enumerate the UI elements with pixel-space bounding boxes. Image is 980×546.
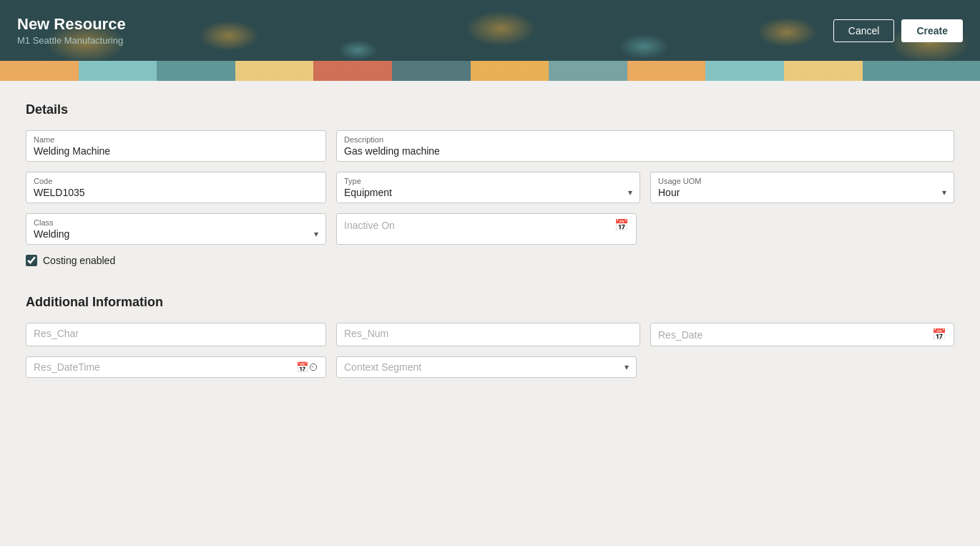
class-field[interactable]: Class Welding ▾ (26, 213, 326, 245)
costing-enabled-checkbox[interactable] (26, 255, 37, 266)
res-date-field-inner: Res_Date 📅 (658, 328, 946, 341)
additional-section-title: Additional Information (26, 295, 954, 310)
res-date-field[interactable]: Res_Date 📅 (650, 323, 954, 346)
usage-uom-field[interactable]: Usage UOM Hour ▾ (650, 172, 954, 203)
additional-section: Additional Information Res_Char Res_Num … (26, 295, 954, 378)
type-field[interactable]: Type Equipment ▾ (336, 172, 640, 203)
usage-uom-label: Usage UOM (658, 177, 946, 185)
cancel-button[interactable]: Cancel (833, 19, 895, 42)
page-title: New Resource (17, 15, 126, 34)
context-segment-placeholder: Context Segment (344, 361, 421, 373)
row-res-datetime-context: Res_DateTime 📅⏲ Context Segment ▾ (26, 356, 954, 378)
description-label: Description (344, 135, 946, 144)
usage-uom-dropdown-icon[interactable]: ▾ (942, 187, 946, 198)
description-field[interactable]: Description Gas welding machine (336, 130, 954, 162)
res-num-field[interactable]: Res_Num (336, 323, 640, 346)
header-left: New Resource M1 Seattle Manufacturing (17, 15, 126, 46)
code-label: Code (34, 177, 318, 185)
usage-uom-value: Hour (658, 187, 680, 198)
main-content: Details Name Welding Machine Description… (0, 81, 980, 409)
type-dropdown-icon[interactable]: ▾ (628, 187, 632, 198)
class-dropdown-icon[interactable]: ▾ (314, 229, 318, 239)
row-class-inactive: Class Welding ▾ Inactive On 📅 (26, 213, 954, 245)
row-name-description: Name Welding Machine Description Gas wel… (26, 130, 954, 162)
res-char-placeholder: Res_Char (34, 328, 318, 339)
page-header: New Resource M1 Seattle Manufacturing Ca… (0, 0, 980, 61)
class-label: Class (34, 218, 318, 227)
res-num-placeholder: Res_Num (344, 328, 632, 339)
context-segment-field[interactable]: Context Segment ▾ (336, 356, 637, 378)
name-field[interactable]: Name Welding Machine (26, 130, 326, 162)
name-value: Welding Machine (34, 145, 318, 157)
context-segment-field-inner: Context Segment ▾ (344, 361, 629, 373)
code-field[interactable]: Code WELD1035 (26, 172, 326, 203)
details-section-title: Details (26, 102, 954, 117)
res-date-placeholder: Res_Date (658, 329, 702, 341)
res-datetime-placeholder: Res_DateTime (34, 361, 100, 373)
res-datetime-calendar-icon[interactable]: 📅⏲ (296, 361, 318, 373)
inactive-on-calendar-icon[interactable]: 📅 (614, 218, 629, 232)
row-code-type-uom: Code WELD1035 Type Equipment ▾ Usage UOM… (26, 172, 954, 203)
class-value: Welding (34, 228, 69, 240)
create-button[interactable]: Create (901, 19, 963, 42)
costing-enabled-row: Costing enabled (26, 255, 954, 266)
type-field-inner: Equipment ▾ (344, 187, 632, 198)
description-value: Gas welding machine (344, 145, 946, 157)
header-banner (0, 61, 980, 81)
type-label: Type (344, 177, 632, 185)
context-segment-dropdown-icon[interactable]: ▾ (624, 362, 629, 372)
code-value: WELD1035 (34, 187, 318, 198)
res-date-calendar-icon[interactable]: 📅 (932, 328, 946, 341)
res-char-field[interactable]: Res_Char (26, 323, 326, 346)
header-actions: Cancel Create (833, 19, 963, 42)
inactive-on-field-inner: Inactive On 📅 (344, 218, 629, 232)
inactive-on-label: Inactive On (344, 220, 395, 231)
usage-uom-field-inner: Hour ▾ (658, 187, 946, 198)
header-subtitle: M1 Seattle Manufacturing (17, 35, 126, 46)
costing-enabled-label: Costing enabled (43, 255, 115, 266)
name-label: Name (34, 135, 318, 144)
res-datetime-field-inner: Res_DateTime 📅⏲ (34, 361, 318, 373)
type-value: Equipment (344, 187, 392, 198)
inactive-on-field[interactable]: Inactive On 📅 (336, 213, 637, 245)
res-datetime-field[interactable]: Res_DateTime 📅⏲ (26, 356, 326, 378)
class-field-inner: Welding ▾ (34, 228, 318, 240)
row-res-char-num-date: Res_Char Res_Num Res_Date 📅 (26, 323, 954, 346)
